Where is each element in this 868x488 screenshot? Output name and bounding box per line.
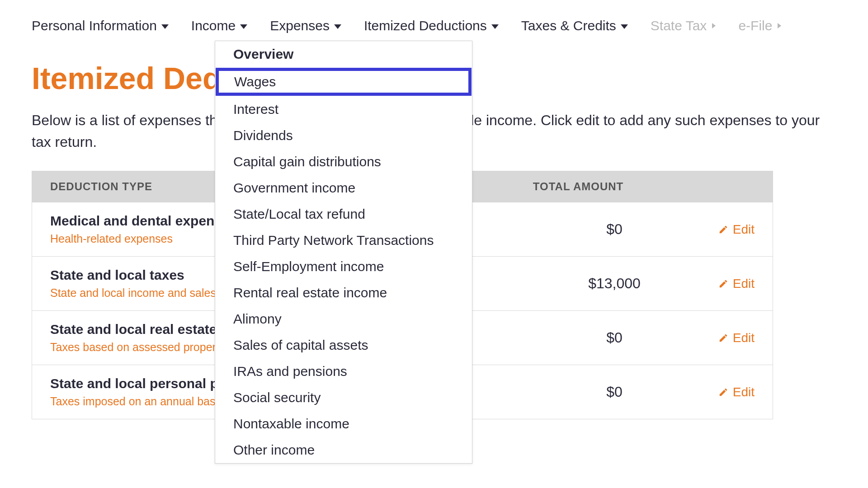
dropdown-item-self-employment[interactable]: Self-Employment income bbox=[215, 253, 472, 280]
nav-label: Itemized Deductions bbox=[364, 18, 487, 33]
nav-itemized-deductions[interactable]: Itemized Deductions bbox=[364, 18, 499, 33]
deduction-amount: $0 bbox=[547, 329, 682, 346]
nav-expenses[interactable]: Expenses bbox=[270, 18, 341, 33]
main-navbar: Personal Information Income Expenses Ite… bbox=[32, 18, 836, 33]
nav-taxes-credits[interactable]: Taxes & Credits bbox=[521, 18, 628, 33]
nav-label: e-File bbox=[738, 18, 772, 33]
chevron-down-icon bbox=[621, 24, 628, 29]
income-dropdown: Overview Wages Interest Dividends Capita… bbox=[215, 41, 472, 464]
dropdown-item-dividends[interactable]: Dividends bbox=[215, 122, 472, 149]
edit-button[interactable]: Edit bbox=[718, 277, 755, 291]
dropdown-item-overview[interactable]: Overview bbox=[215, 41, 472, 67]
edit-button[interactable]: Edit bbox=[718, 331, 755, 345]
deduction-amount: $0 bbox=[547, 221, 682, 238]
deduction-amount: $13,000 bbox=[547, 275, 682, 292]
dropdown-item-rental-real-estate[interactable]: Rental real estate income bbox=[215, 280, 472, 306]
nav-state-tax: State Tax bbox=[651, 18, 716, 33]
pencil-icon bbox=[718, 225, 728, 235]
edit-button[interactable]: Edit bbox=[718, 385, 755, 399]
dropdown-item-state-local-refund[interactable]: State/Local tax refund bbox=[215, 201, 472, 227]
nav-e-file: e-File bbox=[738, 18, 781, 33]
chevron-right-icon bbox=[712, 23, 716, 28]
nav-income[interactable]: Income bbox=[191, 18, 247, 33]
nav-label: Taxes & Credits bbox=[521, 18, 616, 33]
chevron-right-icon bbox=[778, 23, 781, 28]
chevron-down-icon bbox=[491, 24, 499, 29]
edit-label: Edit bbox=[733, 222, 755, 237]
dropdown-item-third-party-network[interactable]: Third Party Network Transactions bbox=[215, 227, 472, 253]
dropdown-item-nontaxable-income[interactable]: Nontaxable income bbox=[215, 411, 472, 437]
chevron-down-icon bbox=[334, 24, 341, 29]
nav-label: Personal Information bbox=[32, 18, 157, 33]
dropdown-item-alimony[interactable]: Alimony bbox=[215, 306, 472, 332]
dropdown-item-capital-gain[interactable]: Capital gain distributions bbox=[215, 149, 472, 175]
dropdown-item-sales-capital-assets[interactable]: Sales of capital assets bbox=[215, 332, 472, 358]
edit-label: Edit bbox=[733, 277, 755, 291]
dropdown-item-iras-pensions[interactable]: IRAs and pensions bbox=[215, 358, 472, 385]
nav-label: Income bbox=[191, 18, 236, 33]
nav-label: Expenses bbox=[270, 18, 330, 33]
edit-label: Edit bbox=[733, 385, 755, 399]
dropdown-item-government-income[interactable]: Government income bbox=[215, 175, 472, 201]
nav-label: State Tax bbox=[651, 18, 707, 33]
dropdown-item-other-income[interactable]: Other income bbox=[215, 437, 472, 463]
col-header-actions bbox=[682, 180, 755, 193]
nav-personal-information[interactable]: Personal Information bbox=[32, 18, 169, 33]
edit-button[interactable]: Edit bbox=[718, 222, 755, 237]
edit-label: Edit bbox=[733, 331, 755, 345]
pencil-icon bbox=[718, 279, 728, 289]
pencil-icon bbox=[718, 333, 728, 343]
chevron-down-icon bbox=[240, 24, 247, 29]
deduction-amount: $0 bbox=[547, 384, 682, 400]
dropdown-item-interest[interactable]: Interest bbox=[215, 96, 472, 122]
chevron-down-icon bbox=[161, 24, 169, 29]
dropdown-item-wages[interactable]: Wages bbox=[216, 68, 472, 96]
col-header-amount: TOTAL AMOUNT bbox=[474, 180, 682, 193]
dropdown-item-social-security[interactable]: Social security bbox=[215, 385, 472, 411]
pencil-icon bbox=[718, 387, 728, 397]
